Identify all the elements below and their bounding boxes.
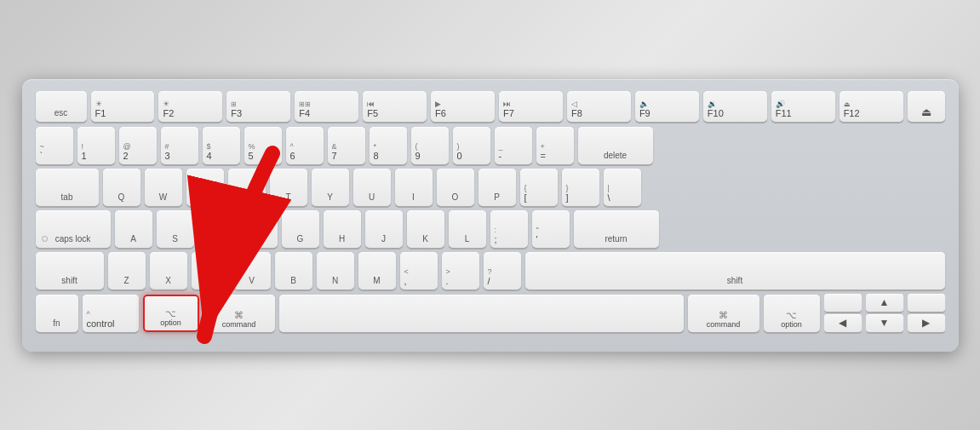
key-command-right[interactable]: ⌘ command: [688, 295, 759, 332]
qwerty-row: tab Q W E R T Y U I O P: [36, 169, 945, 206]
key-z[interactable]: Z: [108, 252, 146, 290]
key-q[interactable]: Q: [103, 169, 140, 206]
key-l[interactable]: L: [449, 210, 486, 248]
key-rbracket[interactable]: } ]: [562, 169, 599, 206]
key-f1[interactable]: ☀ F1: [91, 91, 155, 122]
key-0[interactable]: ) 0: [453, 127, 490, 164]
key-space[interactable]: [279, 295, 684, 332]
key-shift-left[interactable]: shift: [36, 252, 104, 290]
key-s[interactable]: S: [157, 210, 194, 248]
arrow-cluster: ▲ ◀ ▼ ▶: [824, 294, 945, 332]
key-u[interactable]: U: [353, 169, 391, 206]
key-f5[interactable]: ⏮ F5: [363, 91, 427, 122]
key-arrow-right[interactable]: ▶: [908, 314, 945, 332]
key-f3[interactable]: ⊞ F3: [226, 91, 290, 122]
arrow-bottom-row: ◀ ▼ ▶: [824, 314, 945, 332]
number-row: ~ ` ! 1 @ 2 # 3 $ 4 % 5 ^ 6 & 7: [36, 127, 945, 164]
key-w[interactable]: W: [145, 169, 182, 206]
key-x[interactable]: X: [150, 252, 187, 290]
key-minus[interactable]: _ -: [495, 127, 532, 164]
key-h[interactable]: H: [324, 210, 361, 248]
key-f2[interactable]: ☀ F2: [158, 91, 222, 122]
key-m[interactable]: M: [358, 252, 396, 290]
key-t[interactable]: T: [270, 169, 307, 206]
key-2[interactable]: @ 2: [119, 127, 157, 164]
key-f4[interactable]: ⊞⊞ F4: [295, 91, 358, 122]
key-capslock[interactable]: caps lock: [36, 210, 111, 248]
key-o[interactable]: O: [437, 169, 474, 206]
key-f[interactable]: F: [240, 210, 278, 248]
key-arrow-down[interactable]: ▼: [866, 314, 903, 332]
key-7[interactable]: & 7: [328, 127, 365, 164]
keyboard: esc ☀ F1 ☀ F2 ⊞ F3 ⊞⊞ F4 ⏮ F5 ▶ F6 ⏭ F7: [22, 79, 959, 352]
key-return[interactable]: return: [574, 210, 659, 248]
key-backslash[interactable]: | \: [604, 169, 641, 206]
key-g[interactable]: G: [282, 210, 319, 248]
key-arrow-left-placeholder: [824, 294, 862, 312]
key-c[interactable]: C: [192, 252, 229, 290]
key-command-left[interactable]: ⌘ command: [203, 295, 275, 332]
key-eject[interactable]: ⏏: [908, 91, 945, 122]
key-e[interactable]: E: [186, 169, 224, 206]
asdf-row: caps lock A S D F G H J K L: [36, 210, 945, 248]
key-arrow-right-placeholder: [908, 294, 945, 312]
key-4[interactable]: $ 4: [203, 127, 240, 164]
key-f10[interactable]: 🔉 F10: [703, 91, 767, 122]
key-equals[interactable]: + =: [536, 127, 574, 164]
key-j[interactable]: J: [365, 210, 403, 248]
key-semicolon[interactable]: : ;: [490, 210, 528, 248]
key-6[interactable]: ^ 6: [286, 127, 324, 164]
key-comma[interactable]: < ,: [400, 252, 438, 290]
key-slash[interactable]: ? /: [484, 252, 521, 290]
key-5[interactable]: % 5: [244, 127, 282, 164]
key-n[interactable]: N: [317, 252, 354, 290]
key-b[interactable]: B: [275, 252, 312, 290]
key-p[interactable]: P: [479, 169, 516, 206]
zxcv-row: shift Z X C V B N M < , > .: [36, 252, 945, 290]
key-k[interactable]: K: [407, 210, 444, 248]
key-period[interactable]: > .: [442, 252, 479, 290]
key-a[interactable]: A: [115, 210, 152, 248]
key-8[interactable]: * 8: [370, 127, 407, 164]
arrow-top-row: ▲: [824, 294, 945, 312]
key-shift-right[interactable]: shift: [525, 252, 945, 290]
key-f6[interactable]: ▶ F6: [431, 91, 495, 122]
key-quote[interactable]: " ': [532, 210, 570, 248]
key-esc[interactable]: esc: [36, 91, 87, 122]
bottom-row: fn ^ control ⌥ option ⌘ command ⌘ comman…: [36, 294, 945, 332]
key-v[interactable]: V: [233, 252, 271, 290]
key-delete[interactable]: delete: [578, 127, 653, 164]
key-d[interactable]: D: [198, 210, 236, 248]
key-f7[interactable]: ⏭ F7: [499, 91, 563, 122]
key-1[interactable]: ! 1: [77, 127, 115, 164]
key-fn[interactable]: fn: [36, 295, 78, 332]
key-control[interactable]: ^ control: [83, 295, 139, 332]
key-arrow-up[interactable]: ▲: [866, 294, 903, 312]
key-i[interactable]: I: [395, 169, 433, 206]
key-backtick[interactable]: ~ `: [36, 127, 73, 164]
key-9[interactable]: ( 9: [411, 127, 449, 164]
key-f11[interactable]: 🔊 F11: [771, 91, 835, 122]
key-y[interactable]: Y: [312, 169, 349, 206]
key-lbracket[interactable]: { [: [520, 169, 558, 206]
fn-row: esc ☀ F1 ☀ F2 ⊞ F3 ⊞⊞ F4 ⏮ F5 ▶ F6 ⏭ F7: [36, 91, 945, 122]
key-3[interactable]: # 3: [161, 127, 198, 164]
key-f9[interactable]: 🔈 F9: [635, 91, 699, 122]
key-option-right[interactable]: ⌥ option: [764, 295, 820, 332]
key-f8[interactable]: ◁ F8: [567, 91, 631, 122]
key-option-left[interactable]: ⌥ option: [143, 295, 199, 332]
key-tab[interactable]: tab: [36, 169, 99, 206]
key-arrow-left[interactable]: ◀: [824, 314, 862, 332]
key-r[interactable]: R: [228, 169, 266, 206]
key-f12[interactable]: ⏏ F12: [840, 91, 903, 122]
